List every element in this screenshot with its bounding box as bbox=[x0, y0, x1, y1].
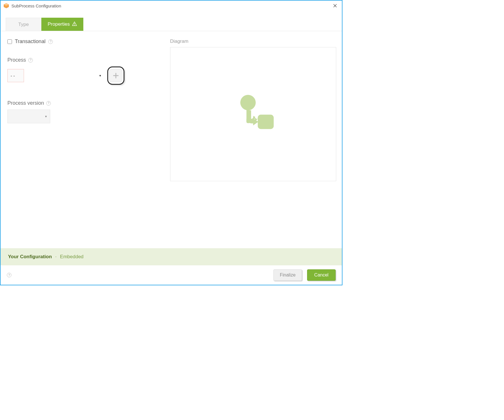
tab-properties[interactable]: Properties bbox=[41, 18, 83, 31]
diagram-placeholder-icon bbox=[227, 88, 279, 140]
diagram-preview bbox=[170, 47, 336, 181]
process-row: - - bbox=[7, 66, 159, 85]
help-icon[interactable]: ? bbox=[7, 273, 11, 277]
transactional-row: Transactional ? bbox=[7, 39, 159, 45]
summary-separator: · bbox=[55, 254, 57, 260]
transactional-label: Transactional bbox=[15, 39, 45, 45]
diagram-column: Diagram bbox=[170, 39, 336, 245]
svg-point-8 bbox=[240, 95, 256, 110]
cancel-button[interactable]: Cancel bbox=[307, 269, 336, 281]
footer: ? Finalize Cancel bbox=[1, 265, 342, 285]
warning-icon bbox=[72, 21, 77, 28]
process-version-select-wrap bbox=[7, 110, 50, 123]
tab-type[interactable]: Type bbox=[6, 18, 41, 31]
help-icon[interactable]: ? bbox=[48, 39, 53, 44]
cancel-label: Cancel bbox=[314, 272, 328, 278]
finalize-button[interactable]: Finalize bbox=[273, 269, 302, 281]
close-icon[interactable] bbox=[331, 2, 339, 10]
svg-rect-12 bbox=[258, 115, 274, 129]
add-process-button[interactable] bbox=[109, 69, 122, 82]
dialog-window: SubProcess Configuration Type Properties bbox=[0, 0, 342, 285]
plus-icon bbox=[112, 72, 120, 80]
window-title: SubProcess Configuration bbox=[11, 3, 61, 8]
tab-properties-label: Properties bbox=[48, 21, 70, 27]
titlebar: SubProcess Configuration bbox=[1, 1, 342, 11]
process-version-label: Process version bbox=[7, 100, 44, 106]
help-icon[interactable]: ? bbox=[28, 58, 33, 62]
transactional-checkbox[interactable] bbox=[7, 39, 12, 44]
process-version-label-row: Process version ? bbox=[7, 100, 159, 106]
finalize-label: Finalize bbox=[280, 272, 295, 278]
app-icon bbox=[3, 3, 9, 9]
process-version-select[interactable] bbox=[7, 110, 50, 123]
help-icon[interactable]: ? bbox=[46, 101, 51, 106]
process-select[interactable]: - - bbox=[7, 69, 24, 82]
add-button-highlight bbox=[107, 66, 124, 85]
process-label-row: Process ? bbox=[7, 57, 159, 63]
diagram-label: Diagram bbox=[170, 39, 336, 44]
process-label: Process bbox=[7, 57, 26, 63]
content-area: Transactional ? Process ? - - bbox=[1, 31, 342, 248]
summary-bar: Your Configuration · Embedded bbox=[1, 248, 342, 265]
svg-point-5 bbox=[74, 25, 75, 25]
tab-bar: Type Properties bbox=[1, 18, 342, 31]
process-select-wrap: - - bbox=[7, 69, 104, 82]
tab-type-label: Type bbox=[18, 22, 29, 27]
summary-value: Embedded bbox=[60, 254, 83, 260]
form-column: Transactional ? Process ? - - bbox=[7, 39, 159, 245]
summary-title: Your Configuration bbox=[8, 254, 52, 260]
